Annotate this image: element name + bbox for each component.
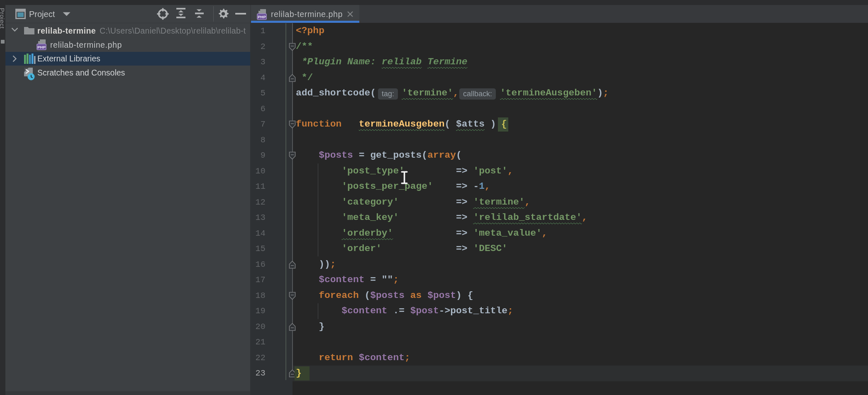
svg-text:PHP: PHP bbox=[37, 45, 46, 49]
svg-text:PHP: PHP bbox=[258, 15, 266, 19]
